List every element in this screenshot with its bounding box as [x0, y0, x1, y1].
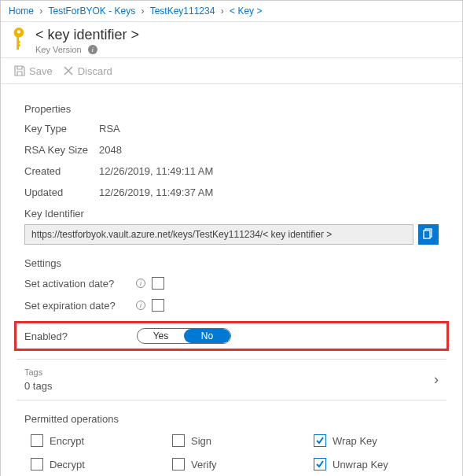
sign-checkbox[interactable]: [172, 434, 185, 447]
chevron-right-icon: ›: [434, 371, 439, 388]
toolbar: Save Discard: [1, 57, 462, 84]
breadcrumb-separator: ›: [39, 6, 42, 17]
op-label: Sign: [191, 435, 211, 447]
settings-heading: Settings: [24, 257, 439, 269]
prop-updated: Updated 12/26/2019, 11:49:37 AM: [24, 186, 439, 198]
help-icon[interactable]: i: [136, 279, 145, 288]
op-label: Wrap Key: [333, 435, 377, 447]
enabled-row-highlight: Enabled? Yes No: [14, 321, 449, 351]
op-unwrap: Unwrap Key: [307, 458, 441, 470]
page-subtitle: Key Version: [35, 45, 82, 54]
op-label: Verify: [191, 459, 217, 470]
prop-value: 12/26/2019, 11:49:11 AM: [99, 165, 213, 177]
prop-created: Created 12/26/2019, 11:49:11 AM: [24, 165, 439, 177]
op-label: Unwrap Key: [333, 459, 388, 470]
breadcrumb-separator: ›: [221, 6, 224, 17]
unwrap-checkbox[interactable]: [314, 458, 326, 470]
svg-rect-1: [424, 231, 430, 238]
prop-label: Key Type: [24, 123, 99, 135]
key-identifier-input[interactable]: [24, 224, 413, 245]
key-icon: [9, 27, 29, 53]
op-decrypt: Decrypt: [24, 458, 166, 470]
activation-date-checkbox[interactable]: [152, 277, 164, 290]
enabled-label: Enabled?: [24, 330, 137, 342]
copy-button[interactable]: [418, 224, 439, 245]
enabled-toggle[interactable]: Yes No: [137, 328, 231, 344]
op-label: Decrypt: [50, 459, 85, 470]
prop-key-size: RSA Key Size 2048: [24, 144, 439, 156]
prop-key-type: Key Type RSA: [24, 123, 439, 135]
expiration-date-label: Set expiration date?: [24, 300, 134, 312]
toggle-no[interactable]: No: [184, 329, 230, 343]
expiration-date-row: Set expiration date? i: [24, 299, 439, 312]
breadcrumb-key[interactable]: TestKey111234: [150, 6, 215, 17]
expiration-date-checkbox[interactable]: [152, 299, 164, 312]
decrypt-checkbox[interactable]: [31, 458, 43, 470]
toggle-yes[interactable]: Yes: [138, 329, 184, 343]
info-icon[interactable]: i: [88, 45, 97, 54]
op-label: Encrypt: [50, 435, 84, 447]
prop-value: 12/26/2019, 11:49:37 AM: [99, 186, 213, 198]
page-title: < key identifier >: [35, 27, 139, 43]
tags-section[interactable]: Tags 0 tags ›: [17, 359, 446, 400]
discard-button[interactable]: Discard: [62, 65, 112, 77]
key-identifier-label: Key Identifier: [24, 208, 439, 220]
wrap-checkbox[interactable]: [314, 434, 326, 447]
operations-heading: Permitted operations: [24, 413, 439, 425]
breadcrumb-version[interactable]: < Key >: [230, 6, 262, 17]
prop-label: Updated: [24, 186, 99, 198]
activation-date-label: Set activation date?: [24, 278, 134, 290]
activation-date-row: Set activation date? i: [24, 277, 439, 290]
breadcrumb: Home › TestForBYOK - Keys › TestKey11123…: [1, 1, 462, 22]
op-wrap: Wrap Key: [307, 434, 441, 447]
help-icon[interactable]: i: [136, 301, 145, 310]
breadcrumb-home[interactable]: Home: [9, 6, 34, 17]
breadcrumb-separator: ›: [141, 6, 145, 17]
breadcrumb-vault[interactable]: TestForBYOK - Keys: [48, 6, 135, 17]
prop-label: RSA Key Size: [24, 144, 99, 156]
page-header: < key identifier > Key Version i: [1, 22, 462, 57]
prop-label: Created: [24, 165, 99, 177]
discard-label: Discard: [78, 65, 112, 77]
verify-checkbox[interactable]: [172, 458, 185, 470]
properties-heading: Properties: [24, 103, 439, 115]
op-verify: Verify: [166, 458, 307, 470]
encrypt-checkbox[interactable]: [31, 434, 43, 447]
prop-value: RSA: [99, 123, 120, 135]
copy-icon: [422, 227, 435, 242]
prop-value: 2048: [99, 144, 122, 156]
op-encrypt: Encrypt: [24, 434, 166, 447]
op-sign: Sign: [166, 434, 307, 447]
tags-title: Tags: [24, 367, 52, 377]
save-button[interactable]: Save: [13, 65, 53, 77]
save-label: Save: [29, 65, 53, 77]
tags-count: 0 tags: [24, 380, 52, 392]
